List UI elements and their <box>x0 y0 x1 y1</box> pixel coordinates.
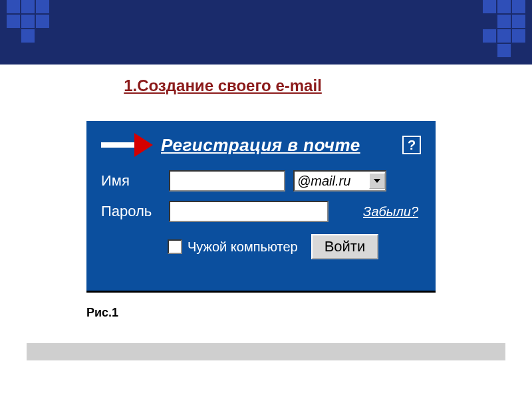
name-input[interactable] <box>169 170 285 192</box>
decor-square <box>21 15 35 28</box>
decor-square <box>36 15 49 28</box>
decor-square <box>483 0 496 13</box>
decor-square <box>21 0 35 13</box>
password-label: Пароль <box>101 203 161 220</box>
decor-square <box>497 44 511 57</box>
decor-square <box>7 0 20 13</box>
decor-square <box>512 15 525 28</box>
decor-square <box>497 0 511 13</box>
help-icon[interactable]: ? <box>402 136 421 154</box>
forgot-password-link[interactable]: Забыли? <box>363 204 418 219</box>
figure-caption: Рис.1 <box>86 306 118 320</box>
domain-select[interactable]: @mail.ru <box>293 170 386 192</box>
foreign-pc-label: Чужой компьютер <box>188 239 298 255</box>
chevron-down-icon <box>369 173 385 189</box>
name-label: Имя <box>101 172 161 190</box>
decor-square <box>512 0 525 13</box>
footer-bar <box>27 343 505 360</box>
decor-square <box>497 29 511 43</box>
foreign-pc-checkbox[interactable] <box>168 239 182 254</box>
password-row: Пароль Забыли? <box>101 201 421 222</box>
decor-square <box>483 29 496 43</box>
decor-square <box>512 29 525 43</box>
login-panel: Регистрация в почте ? Имя @mail.ru Парол… <box>86 121 436 293</box>
register-link[interactable]: Регистрация в почте <box>161 135 360 156</box>
heading-text: 1.Создание своего e-mail <box>124 76 322 95</box>
name-row: Имя @mail.ru <box>101 170 421 192</box>
section-heading: 1.Создание своего e-mail <box>0 76 532 95</box>
domain-selected-text: @mail.ru <box>297 174 368 189</box>
decor-square <box>36 0 49 13</box>
arrow-icon <box>101 133 153 157</box>
bottom-row: Чужой компьютер Войти <box>101 234 421 259</box>
decor-square <box>21 29 35 43</box>
password-input[interactable] <box>169 201 329 222</box>
register-row: Регистрация в почте ? <box>101 133 421 157</box>
decor-square <box>497 15 511 28</box>
login-button[interactable]: Войти <box>311 234 379 259</box>
decor-square <box>7 15 20 28</box>
header-banner <box>0 0 532 65</box>
